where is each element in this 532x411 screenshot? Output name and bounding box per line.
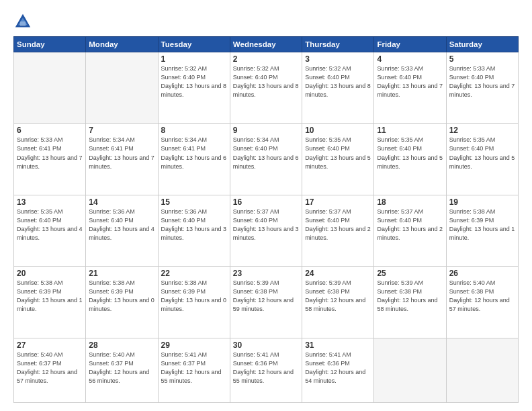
calendar-cell: 11Sunrise: 5:35 AM Sunset: 6:40 PM Dayli… xyxy=(374,124,446,195)
calendar-cell: 8Sunrise: 5:34 AM Sunset: 6:41 PM Daylig… xyxy=(158,124,230,195)
day-info: Sunrise: 5:41 AM Sunset: 6:36 PM Dayligh… xyxy=(305,351,371,385)
day-number: 23 xyxy=(233,269,299,278)
day-info: Sunrise: 5:35 AM Sunset: 6:40 PM Dayligh… xyxy=(449,136,515,171)
calendar-cell: 7Sunrise: 5:34 AM Sunset: 6:41 PM Daylig… xyxy=(86,124,158,195)
weekday-header-friday: Friday xyxy=(374,37,446,52)
day-info: Sunrise: 5:33 AM Sunset: 6:41 PM Dayligh… xyxy=(17,136,83,171)
calendar-cell xyxy=(14,52,86,124)
day-number: 17 xyxy=(305,197,371,207)
week-row-1: 1Sunrise: 5:32 AM Sunset: 6:40 PM Daylig… xyxy=(14,52,519,124)
day-number: 1 xyxy=(161,54,227,64)
day-number: 22 xyxy=(161,269,227,278)
calendar-cell: 20Sunrise: 5:38 AM Sunset: 6:39 PM Dayli… xyxy=(14,267,86,338)
calendar-cell: 18Sunrise: 5:37 AM Sunset: 6:40 PM Dayli… xyxy=(374,195,446,266)
calendar-cell xyxy=(374,338,446,402)
day-info: Sunrise: 5:32 AM Sunset: 6:40 PM Dayligh… xyxy=(161,64,227,99)
day-info: Sunrise: 5:34 AM Sunset: 6:41 PM Dayligh… xyxy=(161,136,227,171)
calendar-cell: 22Sunrise: 5:38 AM Sunset: 6:39 PM Dayli… xyxy=(158,267,230,338)
calendar-cell xyxy=(86,52,158,124)
day-info: Sunrise: 5:37 AM Sunset: 6:40 PM Dayligh… xyxy=(377,208,443,242)
day-number: 25 xyxy=(377,269,443,278)
week-row-5: 27Sunrise: 5:40 AM Sunset: 6:37 PM Dayli… xyxy=(14,338,519,402)
day-info: Sunrise: 5:40 AM Sunset: 6:37 PM Dayligh… xyxy=(17,351,83,385)
week-row-2: 6Sunrise: 5:33 AM Sunset: 6:41 PM Daylig… xyxy=(14,124,519,195)
day-info: Sunrise: 5:35 AM Sunset: 6:40 PM Dayligh… xyxy=(305,136,371,171)
calendar-cell: 29Sunrise: 5:41 AM Sunset: 6:37 PM Dayli… xyxy=(158,338,230,402)
day-number: 21 xyxy=(89,269,154,278)
day-info: Sunrise: 5:37 AM Sunset: 6:40 PM Dayligh… xyxy=(233,208,299,242)
calendar-cell: 16Sunrise: 5:37 AM Sunset: 6:40 PM Dayli… xyxy=(230,195,302,266)
day-number: 7 xyxy=(89,126,154,135)
day-info: Sunrise: 5:40 AM Sunset: 6:38 PM Dayligh… xyxy=(449,279,515,314)
day-info: Sunrise: 5:33 AM Sunset: 6:40 PM Dayligh… xyxy=(449,64,515,99)
day-number: 10 xyxy=(305,126,371,135)
day-info: Sunrise: 5:34 AM Sunset: 6:41 PM Dayligh… xyxy=(89,136,154,171)
day-number: 11 xyxy=(377,126,443,135)
day-number: 20 xyxy=(17,269,83,278)
weekday-header-tuesday: Tuesday xyxy=(158,37,230,52)
day-number: 31 xyxy=(305,340,371,350)
day-number: 12 xyxy=(449,126,515,135)
day-number: 16 xyxy=(233,197,299,207)
calendar-cell: 9Sunrise: 5:34 AM Sunset: 6:40 PM Daylig… xyxy=(230,124,302,195)
day-number: 8 xyxy=(161,126,227,135)
calendar-cell: 14Sunrise: 5:36 AM Sunset: 6:40 PM Dayli… xyxy=(86,195,158,266)
day-info: Sunrise: 5:35 AM Sunset: 6:40 PM Dayligh… xyxy=(377,136,443,171)
day-info: Sunrise: 5:32 AM Sunset: 6:40 PM Dayligh… xyxy=(305,64,371,99)
day-number: 29 xyxy=(161,340,227,350)
calendar-cell: 1Sunrise: 5:32 AM Sunset: 6:40 PM Daylig… xyxy=(158,52,230,124)
logo xyxy=(13,12,35,31)
calendar-cell: 24Sunrise: 5:39 AM Sunset: 6:38 PM Dayli… xyxy=(302,267,374,338)
week-row-3: 13Sunrise: 5:35 AM Sunset: 6:40 PM Dayli… xyxy=(14,195,519,266)
calendar-cell: 25Sunrise: 5:39 AM Sunset: 6:38 PM Dayli… xyxy=(374,267,446,338)
header xyxy=(13,12,519,31)
weekday-header-thursday: Thursday xyxy=(302,37,374,52)
day-info: Sunrise: 5:40 AM Sunset: 6:37 PM Dayligh… xyxy=(89,351,154,385)
day-number: 5 xyxy=(449,54,515,64)
calendar-cell: 23Sunrise: 5:39 AM Sunset: 6:38 PM Dayli… xyxy=(230,267,302,338)
weekday-header-monday: Monday xyxy=(86,37,158,52)
day-info: Sunrise: 5:34 AM Sunset: 6:40 PM Dayligh… xyxy=(233,136,299,171)
calendar-cell: 21Sunrise: 5:38 AM Sunset: 6:39 PM Dayli… xyxy=(86,267,158,338)
calendar-cell xyxy=(446,338,518,402)
day-info: Sunrise: 5:41 AM Sunset: 6:36 PM Dayligh… xyxy=(233,351,299,385)
day-number: 4 xyxy=(377,54,443,64)
day-number: 3 xyxy=(305,54,371,64)
calendar: SundayMondayTuesdayWednesdayThursdayFrid… xyxy=(13,36,519,403)
day-info: Sunrise: 5:36 AM Sunset: 6:40 PM Dayligh… xyxy=(161,208,227,242)
day-number: 15 xyxy=(161,197,227,207)
calendar-cell: 3Sunrise: 5:32 AM Sunset: 6:40 PM Daylig… xyxy=(302,52,374,124)
calendar-cell: 19Sunrise: 5:38 AM Sunset: 6:39 PM Dayli… xyxy=(446,195,518,266)
day-info: Sunrise: 5:38 AM Sunset: 6:39 PM Dayligh… xyxy=(161,279,227,314)
day-info: Sunrise: 5:32 AM Sunset: 6:40 PM Dayligh… xyxy=(233,64,299,99)
calendar-cell: 10Sunrise: 5:35 AM Sunset: 6:40 PM Dayli… xyxy=(302,124,374,195)
page: SundayMondayTuesdayWednesdayThursdayFrid… xyxy=(0,0,532,411)
day-info: Sunrise: 5:38 AM Sunset: 6:39 PM Dayligh… xyxy=(17,279,83,314)
calendar-cell: 12Sunrise: 5:35 AM Sunset: 6:40 PM Dayli… xyxy=(446,124,518,195)
day-info: Sunrise: 5:41 AM Sunset: 6:37 PM Dayligh… xyxy=(161,351,227,385)
day-info: Sunrise: 5:36 AM Sunset: 6:40 PM Dayligh… xyxy=(89,208,154,242)
weekday-header-row: SundayMondayTuesdayWednesdayThursdayFrid… xyxy=(14,37,519,52)
day-number: 14 xyxy=(89,197,154,207)
week-row-4: 20Sunrise: 5:38 AM Sunset: 6:39 PM Dayli… xyxy=(14,267,519,338)
day-number: 2 xyxy=(233,54,299,64)
weekday-header-saturday: Saturday xyxy=(446,37,518,52)
day-number: 30 xyxy=(233,340,299,350)
weekday-header-sunday: Sunday xyxy=(14,37,86,52)
day-info: Sunrise: 5:39 AM Sunset: 6:38 PM Dayligh… xyxy=(305,279,371,314)
day-number: 28 xyxy=(89,340,154,350)
day-number: 9 xyxy=(233,126,299,135)
day-number: 13 xyxy=(17,197,83,207)
logo-icon xyxy=(13,12,32,31)
day-info: Sunrise: 5:38 AM Sunset: 6:39 PM Dayligh… xyxy=(89,279,154,314)
calendar-cell: 2Sunrise: 5:32 AM Sunset: 6:40 PM Daylig… xyxy=(230,52,302,124)
calendar-cell: 5Sunrise: 5:33 AM Sunset: 6:40 PM Daylig… xyxy=(446,52,518,124)
day-info: Sunrise: 5:39 AM Sunset: 6:38 PM Dayligh… xyxy=(233,279,299,314)
calendar-cell: 28Sunrise: 5:40 AM Sunset: 6:37 PM Dayli… xyxy=(86,338,158,402)
day-number: 27 xyxy=(17,340,83,350)
calendar-cell: 30Sunrise: 5:41 AM Sunset: 6:36 PM Dayli… xyxy=(230,338,302,402)
calendar-cell: 15Sunrise: 5:36 AM Sunset: 6:40 PM Dayli… xyxy=(158,195,230,266)
calendar-cell: 4Sunrise: 5:33 AM Sunset: 6:40 PM Daylig… xyxy=(374,52,446,124)
day-info: Sunrise: 5:39 AM Sunset: 6:38 PM Dayligh… xyxy=(377,279,443,314)
day-number: 6 xyxy=(17,126,83,135)
